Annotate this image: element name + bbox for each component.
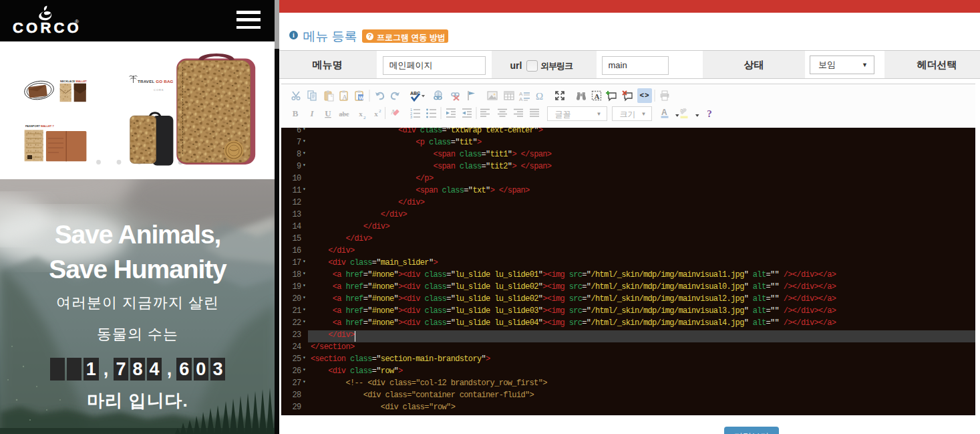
svg-text:A: A [342, 93, 347, 101]
svg-text:A: A [661, 108, 667, 117]
svg-text:A: A [519, 96, 523, 102]
svg-text:2: 2 [363, 115, 366, 120]
svg-text:x: x [359, 110, 363, 118]
svg-text:PASSPORT WALLET 7: PASSPORT WALLET 7 [25, 124, 54, 128]
svg-text:x: x [374, 110, 378, 118]
svg-text:I: I [309, 108, 314, 118]
svg-text:B: B [293, 108, 299, 118]
svg-text:abc: abc [339, 110, 350, 118]
svg-text:U: U [325, 108, 331, 118]
svg-text:?: ? [707, 108, 712, 119]
svg-text:Ω: Ω [536, 91, 543, 102]
svg-text:NECKLACE WALLET: NECKLACE WALLET [60, 80, 87, 83]
svg-text:A: A [595, 92, 600, 100]
svg-text:CORK: CORK [154, 88, 164, 92]
svg-text:W: W [359, 95, 364, 101]
svg-text:2: 2 [379, 108, 381, 114]
svg-text:TRAVEL GO BAG: TRAVEL GO BAG [138, 79, 174, 84]
svg-text:3: 3 [410, 115, 412, 119]
